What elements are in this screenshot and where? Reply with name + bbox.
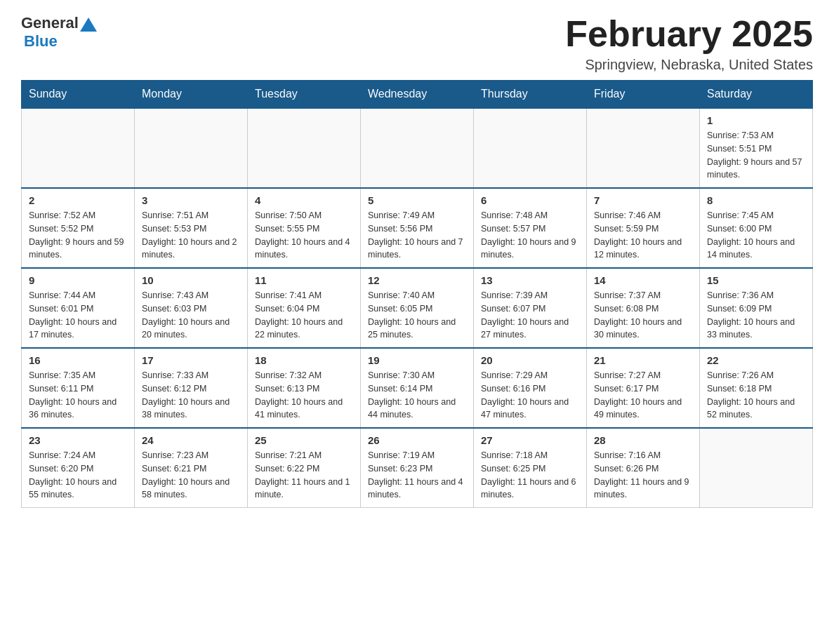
calendar-day-header-sunday: Sunday [22,81,135,109]
day-number: 11 [255,274,353,286]
calendar-cell: 22Sunrise: 7:26 AMSunset: 6:18 PMDayligh… [700,348,813,428]
calendar-header-row: SundayMondayTuesdayWednesdayThursdayFrid… [22,81,813,109]
day-info: Sunrise: 7:53 AMSunset: 5:51 PMDaylight:… [707,129,805,182]
calendar-cell: 3Sunrise: 7:51 AMSunset: 5:53 PMDaylight… [135,188,248,268]
day-number: 19 [368,354,466,366]
day-info: Sunrise: 7:52 AMSunset: 5:52 PMDaylight:… [29,209,127,262]
day-info: Sunrise: 7:32 AMSunset: 6:13 PMDaylight:… [255,369,353,422]
day-number: 5 [368,194,466,206]
day-info: Sunrise: 7:21 AMSunset: 6:22 PMDaylight:… [255,449,353,502]
calendar-cell: 16Sunrise: 7:35 AMSunset: 6:11 PMDayligh… [22,348,135,428]
month-title: February 2025 [565,14,813,54]
day-info: Sunrise: 7:35 AMSunset: 6:11 PMDaylight:… [29,369,127,422]
day-number: 18 [255,354,353,366]
day-info: Sunrise: 7:41 AMSunset: 6:04 PMDaylight:… [255,289,353,342]
day-number: 16 [29,354,127,366]
calendar-cell: 5Sunrise: 7:49 AMSunset: 5:56 PMDaylight… [361,188,474,268]
calendar-cell: 20Sunrise: 7:29 AMSunset: 6:16 PMDayligh… [474,348,587,428]
day-number: 24 [142,434,240,446]
day-number: 13 [481,274,579,286]
day-info: Sunrise: 7:40 AMSunset: 6:05 PMDaylight:… [368,289,466,342]
logo: General Blue [21,14,98,51]
day-info: Sunrise: 7:51 AMSunset: 5:53 PMDaylight:… [142,209,240,262]
day-number: 6 [481,194,579,206]
calendar-cell [22,108,135,188]
day-info: Sunrise: 7:39 AMSunset: 6:07 PMDaylight:… [481,289,579,342]
calendar-cell: 28Sunrise: 7:16 AMSunset: 6:26 PMDayligh… [587,428,700,508]
calendar-day-header-friday: Friday [587,81,700,109]
calendar-day-header-tuesday: Tuesday [248,81,361,109]
calendar-cell: 11Sunrise: 7:41 AMSunset: 6:04 PMDayligh… [248,268,361,348]
day-number: 22 [707,354,805,366]
calendar-cell: 6Sunrise: 7:48 AMSunset: 5:57 PMDaylight… [474,188,587,268]
calendar-cell [361,108,474,188]
day-info: Sunrise: 7:49 AMSunset: 5:56 PMDaylight:… [368,209,466,262]
day-number: 23 [29,434,127,446]
calendar-cell: 23Sunrise: 7:24 AMSunset: 6:20 PMDayligh… [22,428,135,508]
calendar-week-row-2: 2Sunrise: 7:52 AMSunset: 5:52 PMDaylight… [22,188,813,268]
logo-triangle-icon [80,18,97,32]
day-number: 20 [481,354,579,366]
calendar-day-header-wednesday: Wednesday [361,81,474,109]
calendar-cell: 17Sunrise: 7:33 AMSunset: 6:12 PMDayligh… [135,348,248,428]
day-info: Sunrise: 7:30 AMSunset: 6:14 PMDaylight:… [368,369,466,422]
calendar-cell [248,108,361,188]
calendar-week-row-1: 1Sunrise: 7:53 AMSunset: 5:51 PMDaylight… [22,108,813,188]
day-info: Sunrise: 7:24 AMSunset: 6:20 PMDaylight:… [29,449,127,502]
calendar-cell [135,108,248,188]
day-info: Sunrise: 7:45 AMSunset: 6:00 PMDaylight:… [707,209,805,262]
logo-blue: Blue [24,32,58,51]
calendar-cell: 25Sunrise: 7:21 AMSunset: 6:22 PMDayligh… [248,428,361,508]
calendar-cell [474,108,587,188]
day-info: Sunrise: 7:18 AMSunset: 6:25 PMDaylight:… [481,449,579,502]
day-info: Sunrise: 7:19 AMSunset: 6:23 PMDaylight:… [368,449,466,502]
calendar-cell: 12Sunrise: 7:40 AMSunset: 6:05 PMDayligh… [361,268,474,348]
calendar-cell: 9Sunrise: 7:44 AMSunset: 6:01 PMDaylight… [22,268,135,348]
calendar-cell: 2Sunrise: 7:52 AMSunset: 5:52 PMDaylight… [22,188,135,268]
calendar-cell: 26Sunrise: 7:19 AMSunset: 6:23 PMDayligh… [361,428,474,508]
calendar-cell [700,428,813,508]
location: Springview, Nebraska, United States [565,57,813,73]
day-info: Sunrise: 7:46 AMSunset: 5:59 PMDaylight:… [594,209,692,262]
day-number: 25 [255,434,353,446]
calendar-cell: 14Sunrise: 7:37 AMSunset: 6:08 PMDayligh… [587,268,700,348]
day-number: 3 [142,194,240,206]
calendar-cell: 21Sunrise: 7:27 AMSunset: 6:17 PMDayligh… [587,348,700,428]
day-number: 15 [707,274,805,286]
day-number: 14 [594,274,692,286]
calendar-cell: 8Sunrise: 7:45 AMSunset: 6:00 PMDaylight… [700,188,813,268]
calendar-cell: 4Sunrise: 7:50 AMSunset: 5:55 PMDaylight… [248,188,361,268]
day-number: 1 [707,114,805,126]
logo-general: General [21,14,79,32]
day-number: 21 [594,354,692,366]
calendar-cell: 7Sunrise: 7:46 AMSunset: 5:59 PMDaylight… [587,188,700,268]
day-number: 26 [368,434,466,446]
calendar-cell: 15Sunrise: 7:36 AMSunset: 6:09 PMDayligh… [700,268,813,348]
day-info: Sunrise: 7:37 AMSunset: 6:08 PMDaylight:… [594,289,692,342]
day-number: 12 [368,274,466,286]
day-info: Sunrise: 7:44 AMSunset: 6:01 PMDaylight:… [29,289,127,342]
day-info: Sunrise: 7:29 AMSunset: 6:16 PMDaylight:… [481,369,579,422]
calendar-week-row-5: 23Sunrise: 7:24 AMSunset: 6:20 PMDayligh… [22,428,813,508]
calendar-week-row-4: 16Sunrise: 7:35 AMSunset: 6:11 PMDayligh… [22,348,813,428]
day-number: 17 [142,354,240,366]
calendar-day-header-thursday: Thursday [474,81,587,109]
day-info: Sunrise: 7:27 AMSunset: 6:17 PMDaylight:… [594,369,692,422]
day-number: 27 [481,434,579,446]
day-number: 4 [255,194,353,206]
day-info: Sunrise: 7:23 AMSunset: 6:21 PMDaylight:… [142,449,240,502]
calendar-cell: 10Sunrise: 7:43 AMSunset: 6:03 PMDayligh… [135,268,248,348]
calendar-day-header-monday: Monday [135,81,248,109]
calendar-cell: 13Sunrise: 7:39 AMSunset: 6:07 PMDayligh… [474,268,587,348]
day-info: Sunrise: 7:36 AMSunset: 6:09 PMDaylight:… [707,289,805,342]
day-info: Sunrise: 7:50 AMSunset: 5:55 PMDaylight:… [255,209,353,262]
calendar-week-row-3: 9Sunrise: 7:44 AMSunset: 6:01 PMDaylight… [22,268,813,348]
calendar-cell: 18Sunrise: 7:32 AMSunset: 6:13 PMDayligh… [248,348,361,428]
day-number: 8 [707,194,805,206]
page-header: General Blue February 2025 Springview, N… [21,14,813,73]
day-info: Sunrise: 7:48 AMSunset: 5:57 PMDaylight:… [481,209,579,262]
calendar-table: SundayMondayTuesdayWednesdayThursdayFrid… [21,80,813,508]
day-info: Sunrise: 7:16 AMSunset: 6:26 PMDaylight:… [594,449,692,502]
day-info: Sunrise: 7:33 AMSunset: 6:12 PMDaylight:… [142,369,240,422]
calendar-cell: 19Sunrise: 7:30 AMSunset: 6:14 PMDayligh… [361,348,474,428]
